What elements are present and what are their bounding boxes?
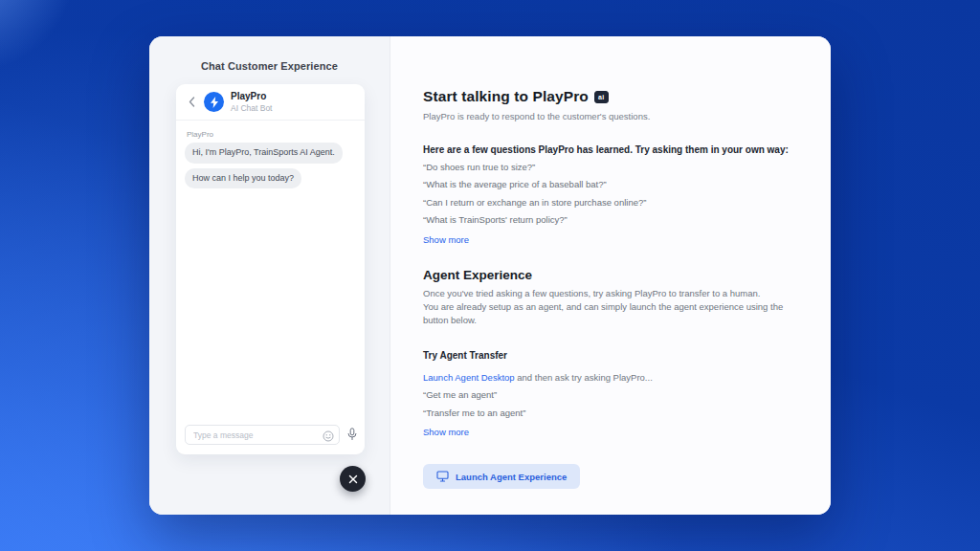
chat-message: Hi, I'm PlayPro, TrainSports AI Agent. (185, 143, 343, 164)
ai-badge-icon: ai (594, 91, 609, 103)
page-subtitle: PlayPro is ready to respond to the custo… (423, 111, 792, 121)
questions-intro: Here are a few questions PlayPro has lea… (423, 144, 792, 155)
page-title: Start talking to PlayPro (423, 88, 589, 105)
bot-identity: PlayPro AI Chat Bot (231, 91, 272, 113)
agent-experience-body: Once you've tried asking a few questions… (423, 287, 792, 328)
transfer-example: “Get me an agent” (423, 389, 792, 400)
launch-agent-desktop-link[interactable]: Launch Agent Desktop (423, 372, 515, 383)
headline: Start talking to PlayPro ai (423, 88, 792, 105)
chat-messages-area: PlayPro Hi, I'm PlayPro, TrainSports AI … (176, 121, 365, 454)
chevron-left-icon[interactable] (186, 97, 197, 108)
sample-question: “What is the average price of a baseball… (423, 179, 792, 189)
sample-question: “What is TrainSports' return policy?” (423, 214, 792, 225)
show-more-transfer-link[interactable]: Show more (423, 427, 469, 437)
agent-body-line2: You are already setup as an agent, and c… (423, 301, 783, 325)
show-more-questions-link[interactable]: Show more (423, 234, 469, 245)
message-input[interactable] (185, 425, 340, 445)
bot-subtitle: AI Chat Bot (231, 103, 272, 113)
transfer-instruction: Launch Agent Desktop and then ask try as… (423, 372, 792, 383)
main-card: Chat Customer Experience PlayPro AI Chat… (149, 36, 831, 515)
agent-body-line1: Once you've tried asking a few questions… (423, 288, 760, 298)
instructions-panel: Start talking to PlayPro ai PlayPro is r… (390, 36, 831, 515)
agent-experience-heading: Agent Experience (423, 268, 792, 282)
sender-label: PlayPro (187, 130, 356, 139)
close-chat-button[interactable] (340, 466, 366, 492)
bot-avatar (204, 92, 224, 112)
sample-question: “Can I return or exchange an in store pu… (423, 197, 792, 208)
close-icon (348, 474, 358, 484)
chat-message: How can I help you today? (185, 168, 301, 189)
launch-agent-experience-button[interactable]: Launch Agent Experience (423, 464, 580, 489)
chat-widget-header: PlayPro AI Chat Bot (176, 84, 365, 121)
sample-question: “Do shoes run true to size?” (423, 162, 792, 172)
panel-title: Chat Customer Experience (149, 36, 390, 72)
transfer-example: “Transfer me to an agent” (423, 408, 792, 418)
chat-panel: Chat Customer Experience PlayPro AI Chat… (149, 36, 390, 515)
smiley-icon[interactable] (323, 429, 334, 440)
chat-input-row (185, 425, 358, 446)
transfer-heading: Try Agent Transfer (423, 350, 792, 361)
chat-input-container (185, 425, 340, 446)
lightning-bolt-icon (210, 97, 219, 108)
bot-name: PlayPro (231, 91, 272, 103)
desktop-monitor-icon (436, 471, 449, 482)
chat-widget: PlayPro AI Chat Bot PlayPro Hi, I'm Play… (176, 84, 365, 454)
microphone-icon[interactable] (345, 428, 358, 442)
launch-button-label: Launch Agent Experience (456, 472, 567, 482)
transfer-instruction-rest: and then ask try asking PlayPro... (515, 372, 653, 383)
